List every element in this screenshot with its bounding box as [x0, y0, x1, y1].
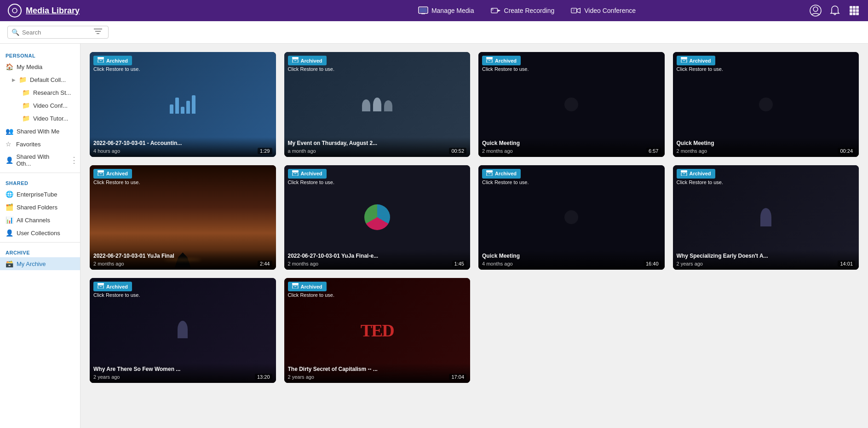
- sidebar-item-video-tutor[interactable]: 📁 Video Tutor...: [20, 112, 80, 125]
- shared-section-label: SHARED: [0, 176, 80, 188]
- video-card-v5[interactable]: Archived Click Restore to use. 2022-06-2…: [90, 165, 276, 270]
- video-info: My Event on Thursday, August 2... a mont…: [284, 137, 471, 157]
- folder-icon: 📁: [19, 76, 27, 83]
- sidebar-item-shared-with-oth[interactable]: 👤 Shared With Oth...: [0, 150, 70, 170]
- svg-rect-38: [98, 170, 104, 172]
- video-duration: 17:04: [449, 374, 466, 380]
- video-card-v2[interactable]: Archived Click Restore to use. My Event …: [284, 52, 471, 157]
- video-top: Archived Click Restore to use.: [673, 165, 859, 185]
- video-duration: 6:57: [646, 148, 661, 154]
- sidebar-item-all-channels[interactable]: 📊 All Channels: [0, 214, 80, 226]
- archive-badge-icon: [98, 57, 104, 64]
- video-top: Archived Click Restore to use.: [284, 52, 471, 72]
- create-recording-btn[interactable]: Create Recording: [483, 2, 563, 19]
- video-card-v10[interactable]: TED Archived Click Restore to use. The D…: [284, 278, 471, 383]
- app-logo[interactable]: Media Library: [7, 3, 80, 18]
- user-collections-icon: 👤: [6, 229, 13, 237]
- video-meta: 2 months ago 2:44: [93, 260, 272, 267]
- sidebar-item-shared-folders[interactable]: 🗂️ Shared Folders: [0, 201, 80, 214]
- video-duration: 2:44: [258, 260, 272, 267]
- sidebar-label-video-conf: Video Conf...: [33, 102, 68, 109]
- manage-media-btn[interactable]: Manage Media: [410, 2, 483, 19]
- sidebar-item-my-media[interactable]: 🏠 My Media: [0, 60, 80, 73]
- search-filter-btn[interactable]: [94, 28, 102, 36]
- topnav-center: Manage Media Create Recording: [410, 2, 644, 19]
- video-title: 2022-06-27-10-03-01 - Accountin...: [93, 140, 272, 146]
- sidebar-item-default-coll[interactable]: ▶ 📁 Default Coll...: [10, 73, 80, 86]
- searchbar-row: 🔍: [0, 21, 868, 44]
- sidebar-item-research[interactable]: 📁 Research St...: [20, 86, 80, 99]
- svg-point-1: [12, 8, 17, 13]
- sidebar-item-enterprise-tube[interactable]: 🌐 EnterpriseTube: [0, 188, 80, 201]
- sidebar-label-all-channels: All Channels: [17, 217, 50, 224]
- sidebar-label-enterprise-tube: EnterpriseTube: [17, 191, 57, 198]
- sidebar-item-favorites[interactable]: ☆ Favorites: [0, 138, 80, 150]
- video-top: Archived Click Restore to use.: [478, 165, 665, 185]
- sidebar-label-favorites: Favorites: [16, 141, 40, 148]
- restore-text: Click Restore to use.: [478, 65, 665, 72]
- svg-rect-32: [486, 57, 493, 59]
- sidebar-item-user-collections[interactable]: 👤 User Collections: [0, 226, 80, 239]
- create-recording-label: Create Recording: [504, 7, 555, 14]
- video-conference-btn[interactable]: Video Conference: [563, 2, 644, 19]
- sidebar-sub-collections: ▶ 📁 Default Coll... 📁 Research St... 📁 V…: [0, 73, 80, 125]
- video-card-v7[interactable]: Archived Click Restore to use. Quick Mee…: [478, 165, 665, 270]
- search-icon: 🔍: [11, 29, 19, 36]
- archived-badge: Archived: [93, 169, 132, 179]
- video-top: Archived Click Restore to use.: [478, 52, 665, 72]
- svg-rect-41: [292, 170, 299, 172]
- video-card-v1[interactable]: Archived Click Restore to use. 2022-06-2…: [90, 52, 276, 157]
- notifications-btn[interactable]: [828, 4, 841, 17]
- video-top: Archived Click Restore to use.: [284, 278, 471, 298]
- video-top: Archived Click Restore to use.: [90, 165, 276, 185]
- sidebar-item-my-archive[interactable]: 🗃️ My Archive: [0, 257, 80, 270]
- svg-rect-19: [856, 9, 859, 12]
- restore-text: Click Restore to use.: [284, 291, 471, 298]
- video-duration: 14:01: [838, 260, 855, 267]
- personal-section-label: PERSONAL: [0, 48, 80, 60]
- video-title: Why Specializing Early Doesn't A...: [677, 253, 856, 259]
- svg-rect-22: [856, 12, 859, 15]
- topnav-right: [809, 4, 861, 17]
- svg-rect-54: [293, 285, 298, 289]
- video-time-ago: 4 hours ago: [93, 148, 120, 154]
- archived-badge: Archived: [677, 169, 715, 179]
- video-title: 2022-06-27-10-03-01 YuJa Final: [93, 253, 272, 259]
- archived-badge: Archived: [482, 169, 521, 179]
- sidebar-item-shared-with-me[interactable]: 👥 Shared With Me: [0, 125, 80, 138]
- sidebar-item-video-conf[interactable]: 📁 Video Conf...: [20, 99, 80, 112]
- video-title: Quick Meeting: [482, 253, 661, 259]
- video-card-v9[interactable]: Archived Click Restore to use. Why Are T…: [90, 278, 276, 383]
- svg-rect-48: [681, 173, 687, 176]
- home-icon: 🏠: [6, 63, 13, 70]
- search-input[interactable]: [22, 29, 91, 36]
- user-avatar-btn[interactable]: [809, 4, 822, 17]
- svg-rect-47: [681, 170, 687, 172]
- archive-badge-icon: [486, 57, 493, 64]
- video-overlay: Archived Click Restore to use. My Event …: [284, 52, 471, 157]
- video-top: Archived Click Restore to use.: [90, 52, 276, 72]
- favorites-icon: ☆: [6, 140, 13, 148]
- archive-badge-icon: [292, 170, 299, 177]
- archived-label: Archived: [106, 171, 128, 176]
- archived-label: Archived: [301, 171, 322, 176]
- search-wrap: 🔍: [7, 26, 109, 39]
- archived-label: Archived: [690, 171, 711, 176]
- video-card-v6[interactable]: Archived Click Restore to use. 2022-06-2…: [284, 165, 471, 270]
- video-info: Quick Meeting 2 months ago 6:57: [478, 137, 665, 157]
- topnav: Media Library Manage Media Create Re: [0, 0, 868, 21]
- archive-badge-icon: [98, 170, 104, 177]
- more-options-btn[interactable]: ⋮: [70, 155, 80, 165]
- video-duration: 1:29: [258, 148, 272, 154]
- apps-menu-btn[interactable]: [848, 4, 861, 17]
- video-card-v4[interactable]: Archived Click Restore to use. Quick Mee…: [673, 52, 859, 157]
- video-grid: Archived Click Restore to use. 2022-06-2…: [90, 52, 859, 383]
- video-card-v8[interactable]: Archived Click Restore to use. Why Speci…: [673, 165, 859, 270]
- video-duration: 1:45: [452, 260, 466, 267]
- video-top: Archived Click Restore to use.: [284, 165, 471, 185]
- svg-rect-20: [850, 12, 852, 15]
- video-title: The Dirty Secret of Capitalism -- ...: [288, 366, 467, 372]
- svg-marker-9: [577, 8, 581, 13]
- svg-rect-36: [681, 59, 687, 63]
- video-card-v3[interactable]: Archived Click Restore to use. Quick Mee…: [478, 52, 665, 157]
